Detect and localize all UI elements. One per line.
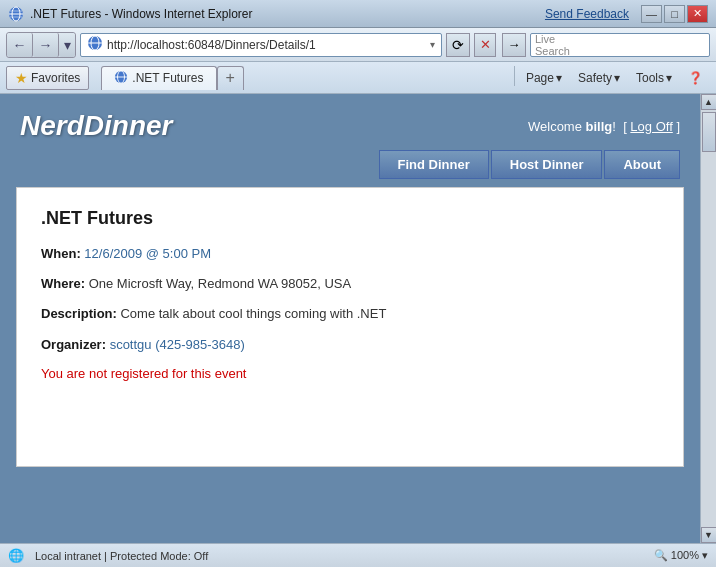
dinner-title: .NET Futures [41,208,659,229]
safety-label: Safety [578,71,612,85]
page-dropdown-icon: ▾ [556,71,562,85]
description-value: Come talk about cool things coming with … [120,306,386,321]
tab-bar: .NET Futures + [101,66,508,90]
host-dinner-button[interactable]: Host Dinner [491,150,603,179]
go-button[interactable]: → [502,33,526,57]
favorites-label: Favorites [31,71,80,85]
forward-button[interactable]: → [33,33,59,57]
close-button[interactable]: ✕ [687,5,708,23]
maximize-button[interactable]: □ [664,5,685,23]
zoom-level: 100% [671,549,699,561]
tools-label: Tools [636,71,664,85]
help-icon: ❓ [688,71,703,85]
status-bar: 🌐 Local intranet | Protected Mode: Off 🔍… [0,543,716,567]
window-controls: — □ ✕ [641,5,708,23]
when-label: When: [41,246,81,261]
live-search-label: Live Search [535,33,570,57]
minimize-button[interactable]: — [641,5,662,23]
status-right: 🔍 100% ▾ [654,549,708,562]
page-menu-button[interactable]: Page ▾ [519,66,569,90]
stop-button[interactable]: ✕ [474,33,496,57]
star-icon: ★ [15,70,28,86]
nav-dropdown-button[interactable]: ▾ [59,33,75,57]
toolbar-right: Page ▾ Safety ▾ Tools ▾ ❓ [512,66,710,90]
organizer-value: scottgu (425-985-3648) [110,337,245,352]
when-value: 12/6/2009 @ 5:00 PM [84,246,211,261]
url-text: http://localhost:60848/Dinners/Details/1 [107,38,430,52]
status-text: Local intranet | Protected Mode: Off [35,550,208,562]
ie-toolbar: ★ Favorites .NET Futures + Page ▾ Safety… [0,62,716,94]
address-box[interactable]: http://localhost:60848/Dinners/Details/1… [80,33,442,57]
welcome-prefix: Welcome [528,119,582,134]
welcome-username: billg [586,119,613,134]
back-button[interactable]: ← [7,33,33,57]
app-title: NerdDinner [20,110,172,142]
active-tab[interactable]: .NET Futures [101,66,216,90]
favorites-button[interactable]: ★ Favorites [6,66,89,90]
organizer-row: Organizer: scottgu (425-985-3648) [41,336,659,354]
help-button[interactable]: ❓ [681,66,710,90]
refresh-button[interactable]: ⟳ [446,33,470,57]
main-wrapper: NerdDinner Welcome billg! [ Log Off ] Fi… [0,94,716,543]
live-search-box[interactable]: Live Search 🔍 [530,33,710,57]
window-title: .NET Futures - Windows Internet Explorer [30,7,545,21]
tab-ie-icon [114,70,128,87]
scrollbar-track[interactable] [701,110,716,527]
where-value: One Microsft Way, Redmond WA 98052, USA [89,276,352,291]
tools-dropdown-icon: ▾ [666,71,672,85]
app-wrapper: NerdDinner Welcome billg! [ Log Off ] Fi… [8,102,692,535]
description-label: Description: [41,306,117,321]
url-icon [87,35,103,54]
nav-buttons: ← → ▾ [6,32,76,58]
where-label: Where: [41,276,85,291]
status-icon: 🌐 [8,548,24,563]
page-content: NerdDinner Welcome billg! [ Log Off ] Fi… [0,94,700,543]
ie-icon [8,6,24,22]
logoff-link[interactable]: Log Off [630,119,672,134]
zoom-indicator[interactable]: 🔍 100% ▾ [654,549,708,562]
toolbar-separator [514,66,515,86]
about-button[interactable]: About [604,150,680,179]
organizer-label: Organizer: [41,337,106,352]
scroll-down-button[interactable]: ▼ [701,527,717,543]
welcome-section: Welcome billg! [ Log Off ] [528,119,680,134]
find-dinner-button[interactable]: Find Dinner [379,150,489,179]
nav-buttons: Find Dinner Host Dinner About [8,150,692,187]
scrollbar[interactable]: ▲ ▼ [700,94,716,543]
safety-menu-button[interactable]: Safety ▾ [571,66,627,90]
registration-status: You are not registered for this event [41,366,659,381]
scrollbar-thumb[interactable] [702,112,716,152]
new-tab-button[interactable]: + [217,66,244,90]
address-bar: ← → ▾ http://localhost:60848/Dinners/Det… [0,28,716,62]
when-row: When: 12/6/2009 @ 5:00 PM [41,245,659,263]
tab-label: .NET Futures [132,71,203,85]
tools-menu-button[interactable]: Tools ▾ [629,66,679,90]
welcome-exclamation: ! [612,119,616,134]
description-row: Description: Come talk about cool things… [41,305,659,323]
url-dropdown-icon[interactable]: ▾ [430,39,435,50]
scroll-up-button[interactable]: ▲ [701,94,717,110]
app-header: NerdDinner Welcome billg! [ Log Off ] [8,102,692,150]
safety-dropdown-icon: ▾ [614,71,620,85]
where-row: Where: One Microsft Way, Redmond WA 9805… [41,275,659,293]
content-area: .NET Futures When: 12/6/2009 @ 5:00 PM W… [16,187,684,467]
title-bar: .NET Futures - Windows Internet Explorer… [0,0,716,28]
send-feedback-link[interactable]: Send Feedback [545,7,629,21]
live-search-input[interactable] [574,38,716,52]
page-label: Page [526,71,554,85]
